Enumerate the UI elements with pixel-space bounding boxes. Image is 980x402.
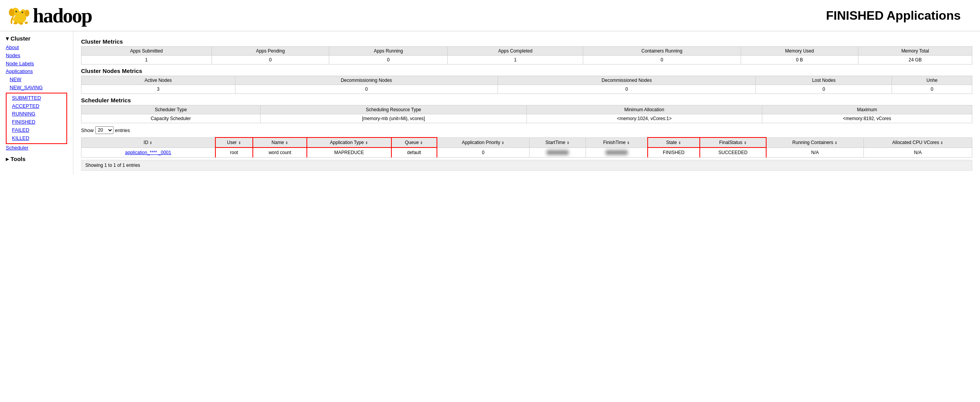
cluster-title[interactable]: Cluster [6, 35, 67, 42]
val-apps-pending: 0 [212, 56, 329, 64]
val-minimum-allocation: <memory:1024, vCores:1> [526, 114, 762, 123]
val-maximum: <memory:8192, vCores [762, 114, 972, 123]
table-footer-text: Showing 1 to 1 of 1 entries [85, 163, 140, 168]
scheduler-metrics-title: Scheduler Metrics [81, 97, 972, 103]
val-apps-submitted: 1 [81, 56, 212, 64]
cluster-nodes-metrics-table: Active Nodes Decommissioning Nodes Decom… [81, 76, 972, 94]
sort-final-status-icon[interactable]: ⇕ [744, 141, 747, 145]
cell-start-time: ████████ [529, 148, 586, 158]
col-application-type[interactable]: Application Type ⇕ [307, 137, 391, 148]
show-entries-row: Show 10 20 50 100 entries [81, 126, 972, 134]
col-id[interactable]: ID ⇕ [81, 137, 215, 148]
sidebar-item-new-saving[interactable]: NEW_SAVING [6, 84, 67, 92]
header: hadoop FINISHED Applications [0, 0, 980, 31]
applications-table-wrapper: ID ⇕ User ⇕ Name ⇕ Application Type [81, 137, 972, 158]
sort-id-icon[interactable]: ⇕ [149, 141, 152, 145]
sidebar-item-new[interactable]: NEW [6, 76, 67, 84]
col-apps-submitted: Apps Submitted [81, 47, 212, 56]
col-final-status[interactable]: FinalStatus ⇕ [700, 137, 766, 148]
val-apps-completed: 1 [448, 56, 583, 64]
col-unhe-nodes: Unhe [892, 76, 972, 85]
main-content: Cluster Metrics Apps Submitted Apps Pend… [73, 31, 980, 175]
val-decommissioned-nodes: 0 [498, 85, 755, 94]
tools-title[interactable]: Tools [6, 156, 67, 163]
col-lost-nodes: Lost Nodes [756, 76, 892, 85]
sidebar-item-submitted[interactable]: SUBMITTED [8, 94, 65, 102]
entries-suffix: entries [115, 127, 130, 133]
col-decommissioned-nodes: Decommissioned Nodes [498, 76, 755, 85]
col-containers-running: Containers Running [583, 47, 741, 56]
col-running-containers[interactable]: Running Containers ⇕ [766, 137, 863, 148]
cell-running-containers: N/A [766, 148, 863, 158]
sidebar-item-failed[interactable]: FAILED [8, 126, 65, 134]
svg-point-5 [15, 11, 17, 12]
svg-point-3 [9, 8, 14, 16]
sidebar-item-killed[interactable]: KILLED [8, 134, 65, 142]
sidebar-item-about[interactable]: About [6, 44, 67, 52]
col-memory-total: Memory Total [858, 47, 972, 56]
sidebar-item-node-labels[interactable]: Node Labels [6, 60, 67, 68]
cluster-metrics-table: Apps Submitted Apps Pending Apps Running… [81, 46, 972, 64]
val-scheduling-resource-type: [memory-mb (unit=Mi), vcores] [260, 114, 526, 123]
svg-point-9 [25, 22, 28, 24]
sort-name-icon[interactable]: ⇕ [285, 141, 288, 145]
cell-application-type: MAPREDUCE [307, 148, 391, 158]
app-state-box: SUBMITTED ACCEPTED RUNNING FINISHED FAIL… [6, 93, 67, 144]
col-memory-used: Memory Used [741, 47, 858, 56]
sort-state-icon[interactable]: ⇕ [678, 141, 681, 145]
cell-state: FINISHED [648, 148, 700, 158]
cell-application-priority: 0 [437, 148, 529, 158]
sidebar-item-nodes[interactable]: Nodes [6, 52, 67, 60]
col-state[interactable]: State ⇕ [648, 137, 700, 148]
show-label: Show [81, 127, 94, 133]
val-active-nodes: 3 [81, 85, 235, 94]
val-containers-running: 0 [583, 56, 741, 64]
col-user[interactable]: User ⇕ [215, 137, 253, 148]
cell-final-status: SUCCEEDED [700, 148, 766, 158]
sort-app-type-icon[interactable]: ⇕ [365, 141, 368, 145]
page-title: FINISHED Applications [826, 8, 972, 23]
val-memory-total: 24 GB [858, 56, 972, 64]
sort-queue-icon[interactable]: ⇕ [420, 141, 423, 145]
val-decommissioning-nodes: 0 [235, 85, 498, 94]
col-apps-completed: Apps Completed [448, 47, 583, 56]
sort-vcores-icon[interactable]: ⇕ [940, 141, 943, 145]
col-queue[interactable]: Queue ⇕ [391, 137, 437, 148]
cell-queue: default [391, 148, 437, 158]
col-name[interactable]: Name ⇕ [253, 137, 307, 148]
sidebar: Cluster About Nodes Node Labels Applicat… [0, 31, 73, 175]
sort-containers-icon[interactable]: ⇕ [834, 141, 838, 145]
sort-start-icon[interactable]: ⇕ [567, 141, 570, 145]
sort-priority-icon[interactable]: ⇕ [501, 141, 504, 145]
svg-point-7 [14, 22, 17, 24]
app-id-link[interactable]: application_**** _0001 [125, 150, 171, 155]
col-start-time[interactable]: StartTime ⇕ [529, 137, 586, 148]
val-lost-nodes: 0 [756, 85, 892, 94]
svg-point-6 [22, 12, 23, 13]
col-decommissioning-nodes: Decommissioning Nodes [235, 76, 498, 85]
val-scheduler-type: Capacity Scheduler [81, 114, 261, 123]
col-scheduler-type: Scheduler Type [81, 105, 261, 114]
sort-finish-icon[interactable]: ⇕ [627, 141, 630, 145]
sidebar-item-running[interactable]: RUNNING [8, 110, 65, 118]
hadoop-logo-icon [8, 4, 31, 27]
sidebar-item-accepted[interactable]: ACCEPTED [8, 102, 65, 110]
table-footer: Showing 1 to 1 of 1 entries [81, 160, 972, 171]
col-allocated-cpu-vcores[interactable]: Allocated CPU VCores ⇕ [863, 137, 972, 148]
col-application-priority[interactable]: Application Priority ⇕ [437, 137, 529, 148]
sidebar-item-scheduler[interactable]: Scheduler [6, 144, 67, 152]
cell-user: root [215, 148, 253, 158]
col-maximum: Maximum [762, 105, 972, 114]
col-finish-time[interactable]: FinishTime ⇕ [586, 137, 648, 148]
sort-user-icon[interactable]: ⇕ [238, 141, 241, 145]
applications-table: ID ⇕ User ⇕ Name ⇕ Application Type [81, 137, 972, 158]
entries-select[interactable]: 10 20 50 100 [95, 126, 113, 134]
cluster-section: Cluster About Nodes Node Labels Applicat… [6, 35, 67, 152]
sidebar-item-finished[interactable]: FINISHED [8, 118, 65, 126]
logo-area: hadoop [8, 4, 92, 27]
cell-id[interactable]: application_**** _0001 [81, 148, 215, 158]
sidebar-item-applications[interactable]: Applications [6, 68, 67, 76]
col-apps-running: Apps Running [329, 47, 448, 56]
cell-finish-time: ████████ [586, 148, 648, 158]
svg-point-4 [25, 10, 29, 17]
